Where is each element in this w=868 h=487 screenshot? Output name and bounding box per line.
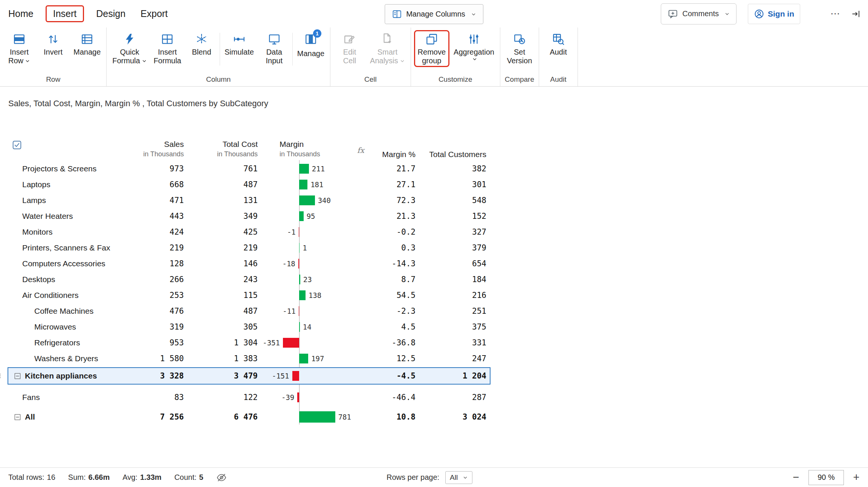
sign-in-button[interactable]: Sign in — [748, 4, 800, 24]
table-row[interactable]: Microwaves3193054.537514 — [8, 319, 491, 335]
insert-row-button[interactable]: InsertRow — [2, 30, 36, 67]
table-row[interactable]: Lamps47113172.3548340 — [8, 192, 491, 208]
button-label: Aggregation — [454, 48, 494, 62]
insert-formula-button[interactable]: InsertFormula — [150, 30, 185, 67]
button-label: SmartAnalysis — [370, 48, 405, 65]
zoom-in-button[interactable]: + — [851, 472, 862, 483]
chevron-down-icon — [400, 58, 405, 64]
status-bar: Total rows:16 Sum:6.66m Avg:1.33m Count:… — [0, 467, 868, 487]
person-icon — [754, 9, 764, 19]
zoom-out-button[interactable]: − — [790, 472, 802, 483]
stat-count: Count:5 — [174, 473, 203, 482]
table-row[interactable]: Refrigerators9531 304-36.8331-351 — [8, 335, 491, 351]
cell-total-customers[interactable]: 548 — [8, 192, 486, 208]
overflow-menu-button[interactable]: ⋯ — [830, 8, 840, 20]
table-row[interactable]: Washers & Dryers1 5801 38312.5247197 — [8, 351, 491, 366]
table-row-selected[interactable]: Kitchen appliances3 3283 479-4.51 204-15… — [8, 367, 491, 385]
smart-analysis-button[interactable]: SmartAnalysis — [367, 30, 408, 67]
sign-in-label: Sign in — [768, 9, 794, 18]
margin-bar[interactable] — [298, 259, 299, 269]
tab-home[interactable]: Home — [8, 8, 34, 19]
cell-total-customers[interactable]: 327 — [8, 224, 486, 240]
manage-rows-button[interactable]: Manage — [70, 30, 104, 58]
ribbon-group-label: Cell — [333, 75, 408, 85]
cell-total-customers[interactable]: 184 — [8, 272, 486, 287]
ribbon-group-customize: RemovegroupAggregationCustomize — [411, 27, 500, 86]
margin-bar[interactable] — [299, 322, 300, 332]
insert-formula-icon — [161, 33, 174, 46]
table-row[interactable]: Fans83122-46.4287-39 — [8, 389, 491, 405]
table-row[interactable]: Computers Accessories128146-14.3654-18 — [8, 256, 491, 272]
margin-bar[interactable] — [299, 290, 306, 300]
table-row[interactable]: Projectors & Screens97376121.7382211 — [8, 161, 491, 177]
table-row[interactable]: Printers, Scanners & Fax2192190.33791 — [8, 240, 491, 256]
margin-bar[interactable] — [283, 338, 299, 348]
cell-total-customers[interactable]: 375 — [8, 319, 486, 335]
cell-total-customers[interactable]: 382 — [8, 161, 486, 177]
tab-export[interactable]: Export — [141, 8, 168, 19]
page-title: Sales, Total Cost, Margin, Margin % , To… — [8, 99, 268, 108]
cell-total-customers[interactable]: 152 — [8, 208, 486, 224]
rows-per-page-select[interactable]: All — [445, 471, 472, 484]
margin-bar[interactable] — [299, 195, 315, 205]
collapse-ribbon-pin-icon[interactable] — [851, 9, 861, 19]
data-input-button[interactable]: DataInput — [257, 30, 291, 67]
cell-total-customers[interactable]: 287 — [8, 389, 486, 405]
invert-button[interactable]: Invert — [36, 30, 70, 58]
margin-bar[interactable] — [299, 164, 309, 174]
margin-bar[interactable] — [299, 180, 307, 189]
margin-bar[interactable] — [299, 211, 304, 221]
zoom-level[interactable]: 90 % — [808, 470, 844, 485]
tab-design[interactable]: Design — [96, 8, 125, 19]
manage-columns-button[interactable]: 1Manage — [294, 30, 328, 60]
cell-total-customers[interactable]: 654 — [8, 256, 486, 272]
margin-bar[interactable] — [299, 411, 335, 423]
cell-total-customers[interactable]: 331 — [8, 335, 486, 351]
margin-bar[interactable] — [299, 306, 299, 316]
stat-sum: Sum:6.66m — [68, 473, 110, 482]
cell-total-customers[interactable]: 1 204 — [8, 368, 486, 384]
margin-bar-value: -151 — [272, 372, 289, 380]
cell-total-customers[interactable]: 379 — [8, 240, 486, 256]
column-header-total-customers[interactable]: Total Customers — [8, 150, 486, 159]
table-row[interactable]: Water Heaters44334921.315295 — [8, 208, 491, 224]
table-row[interactable]: Desktops2662438.718423 — [8, 272, 491, 287]
ribbon-group-label: Customize — [413, 75, 498, 85]
manage-columns-button[interactable]: Manage Columns — [385, 4, 483, 24]
rows-per-page-value: All — [450, 473, 458, 482]
comments-button[interactable]: Comments — [661, 3, 737, 24]
button-label: Manage — [297, 49, 324, 58]
tab-insert[interactable]: Insert — [46, 5, 84, 22]
cell-total-customers[interactable]: 251 — [8, 303, 486, 319]
table-row[interactable]: Laptops66848727.1301181 — [8, 177, 491, 192]
aggregation-icon — [468, 33, 480, 46]
quick-formula-button[interactable]: QuickFormula — [109, 30, 150, 67]
margin-bar[interactable] — [292, 371, 299, 381]
eye-off-icon[interactable] — [216, 472, 227, 483]
remove-group-button[interactable]: Removegroup — [414, 30, 449, 67]
drag-handle-icon[interactable] — [0, 372, 2, 380]
chevron-down-icon — [463, 475, 468, 480]
manage-rows-icon — [81, 33, 93, 46]
table-row[interactable]: Coffee Machines476487-2.3251-11 — [8, 303, 491, 319]
table-row[interactable]: Air Conditioners25311554.5216138 — [8, 287, 491, 303]
cell-total-customers[interactable]: 216 — [8, 287, 486, 303]
margin-bar[interactable] — [297, 392, 299, 402]
margin-bar[interactable] — [299, 275, 300, 284]
aggregation-button[interactable]: Aggregation — [450, 30, 498, 63]
margin-bar[interactable] — [299, 354, 308, 363]
data-table: Sales in Thousands Total Cost in Thousan… — [8, 137, 494, 446]
edit-cell-button[interactable]: EditCell — [333, 30, 367, 67]
cell-total-customers[interactable]: 301 — [8, 177, 486, 192]
audit-button[interactable]: Audit — [541, 30, 575, 58]
table-row-total[interactable]: All7 2566 47610.83 024781 — [8, 409, 491, 425]
table-row[interactable]: Monitors424425-0.2327-1 — [8, 224, 491, 240]
cell-total-customers[interactable]: 247 — [8, 351, 486, 366]
margin-bar[interactable] — [299, 243, 300, 253]
blend-button[interactable]: Blend — [185, 30, 219, 58]
cell-total-customers[interactable]: 3 024 — [8, 409, 486, 425]
simulate-button[interactable]: Simulate — [221, 30, 257, 58]
set-version-button[interactable]: SetVersion — [503, 30, 536, 67]
insert-row-icon — [13, 33, 26, 46]
margin-bar[interactable] — [299, 227, 299, 237]
